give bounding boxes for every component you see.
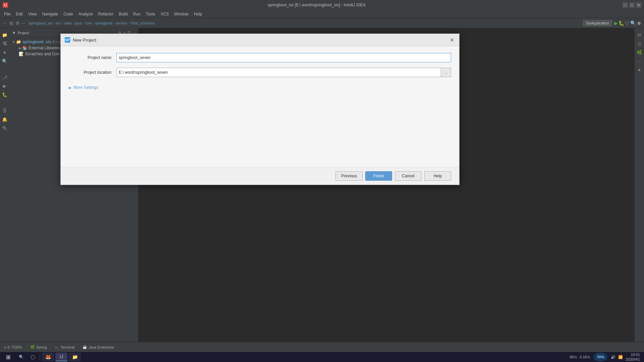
project-location-row: Project location: ... xyxy=(69,68,451,77)
breadcrumb-src[interactable]: src xyxy=(56,21,61,25)
tool-database-icon[interactable]: 🗄 xyxy=(1,107,9,115)
minimize-button[interactable]: ─ xyxy=(623,2,628,8)
menu-view[interactable]: View xyxy=(25,11,40,17)
nav-expand-icon[interactable]: ⊞ xyxy=(9,20,13,26)
menu-run[interactable]: Run xyxy=(130,11,143,17)
tree-expand-arrow: ▼ xyxy=(12,40,15,44)
tab-terminal[interactable]: >_ Terminal xyxy=(54,345,76,350)
project-location-field-group: ... xyxy=(116,68,451,77)
breadcrumb-springboot[interactable]: springboot xyxy=(95,21,112,25)
menu-tools[interactable]: Tools xyxy=(143,11,158,17)
menu-navigate[interactable]: Navigate xyxy=(40,11,61,17)
tool-structure-icon[interactable]: 🏗 xyxy=(1,40,9,48)
menu-edit[interactable]: Edit xyxy=(13,11,25,17)
tool-bookmarks-icon[interactable]: ★ xyxy=(1,48,9,56)
more-settings-row[interactable]: ▶ More Settings xyxy=(69,82,451,93)
window-controls: ─ □ ✕ xyxy=(623,2,641,8)
cancel-button[interactable]: Cancel xyxy=(395,171,422,181)
panel-title: Project xyxy=(18,31,29,35)
taskbar-divider xyxy=(40,354,40,360)
previous-button[interactable]: Previous xyxy=(335,171,363,181)
project-name-row: Project name: xyxy=(69,53,451,62)
taskbar-app-explorer[interactable]: 📁 xyxy=(69,353,81,361)
nav-icons: ← ⊞ ⚙ ─ xyxy=(3,20,25,26)
coverage-icon[interactable]: 🛡 xyxy=(625,20,630,26)
start-icon: ⊞ xyxy=(6,354,10,360)
taskbar-app-firefox[interactable]: 🦊 xyxy=(42,353,54,361)
debug-icon[interactable]: 🐛 xyxy=(619,20,624,26)
breadcrumb-service[interactable]: service xyxy=(116,21,127,25)
menu-code[interactable]: Code xyxy=(61,11,76,17)
tool-notifications-icon[interactable]: 🔔 xyxy=(1,115,9,123)
tree-scratches-label: Scratches and Con xyxy=(25,52,59,56)
title-bar: IJ springboot_six [E:\ wordr\springboot_… xyxy=(0,0,644,10)
right-tool-gradle-icon[interactable]: G xyxy=(635,40,643,48)
tray-date-value: 2020/4/1 xyxy=(626,357,640,362)
breadcrumb-main[interactable]: main xyxy=(64,21,72,25)
nav-close-icon[interactable]: ─ xyxy=(22,20,25,26)
dialog-body: Project name: Project location: ... ▶ Mo… xyxy=(61,46,459,167)
run-icon[interactable]: ▶ xyxy=(614,20,618,26)
browse-button[interactable]: ... xyxy=(441,68,451,77)
taskbar-search-button[interactable]: 🔍 xyxy=(16,353,26,361)
menu-help[interactable]: Help xyxy=(191,11,205,17)
tool-project-icon[interactable]: 📁 xyxy=(1,31,9,39)
finish-button[interactable]: Finish xyxy=(365,171,392,181)
tree-root-label: springboot_six xyxy=(22,40,51,44)
menu-refactor[interactable]: Refactor xyxy=(96,11,116,17)
breadcrumb-java[interactable]: java xyxy=(75,21,82,25)
volume-icon[interactable]: 🔊 xyxy=(611,355,615,359)
cpu-percent: 70% xyxy=(597,355,604,359)
nav-bar: ← ⊞ ⚙ ─ springboot_six › src › main › ja… xyxy=(0,18,644,28)
taskbar-app-intellij[interactable]: IJ xyxy=(55,353,67,361)
close-button[interactable]: ✕ xyxy=(636,2,641,8)
project-name-input[interactable] xyxy=(116,53,451,62)
tool-plugins-icon[interactable]: 🔌 xyxy=(1,124,9,132)
project-name-label: Project name: xyxy=(69,55,112,60)
tool-git-icon[interactable]: ⎇ xyxy=(1,73,9,81)
tool-debug-icon[interactable]: 🐛 xyxy=(1,90,9,99)
menu-bar: File Edit View Navigate Code Analyze Ref… xyxy=(0,10,644,18)
start-button[interactable]: ⊞ xyxy=(1,353,15,361)
menu-analyze[interactable]: Analyze xyxy=(76,11,96,17)
right-tool-endpoints-icon[interactable]: ↔ xyxy=(635,57,643,65)
right-tool-spring-icon[interactable]: 🌿 xyxy=(635,48,643,56)
tab-todo[interactable]: ≡ 6: TODO xyxy=(3,345,23,350)
run-config-selector[interactable]: SixApplication xyxy=(583,20,612,26)
breadcrumb-root[interactable]: springboot_six xyxy=(29,21,52,25)
tray-time-value: 19:51 xyxy=(626,352,640,357)
right-tool-maven-icon[interactable]: M xyxy=(635,31,643,39)
java-enterprise-icon: ☕ xyxy=(83,345,87,349)
network-icon[interactable]: 📶 xyxy=(618,355,623,359)
tool-run-icon[interactable]: ▶ xyxy=(1,82,9,90)
spring-icon: 🌿 xyxy=(30,345,35,349)
terminal-label: Terminal xyxy=(60,345,74,349)
maximize-button[interactable]: □ xyxy=(629,2,635,8)
right-tool-favorites-icon[interactable]: ★ xyxy=(635,66,643,74)
nav-settings-icon[interactable]: ⚙ xyxy=(15,20,20,26)
tab-spring[interactable]: 🌿 Spring xyxy=(29,344,48,350)
dialog-close-button[interactable]: ✕ xyxy=(448,37,455,43)
tab-java-enterprise[interactable]: ☕ Java Enterprise xyxy=(81,344,115,350)
breadcrumb-com[interactable]: com xyxy=(85,21,92,25)
more-settings-arrow-icon: ▶ xyxy=(69,86,71,89)
menu-vcs[interactable]: VCS xyxy=(158,11,172,17)
menu-build[interactable]: Build xyxy=(116,11,130,17)
menu-window[interactable]: Window xyxy=(171,11,191,17)
todo-icon: ≡ xyxy=(4,345,6,349)
tool-search-icon[interactable]: 🔍 xyxy=(1,57,9,65)
more-settings-label: More Settings xyxy=(73,85,98,90)
dialog-title-bar: NP New Project ✕ xyxy=(61,34,459,46)
record-icon[interactable]: ⏺ xyxy=(637,20,641,26)
help-button[interactable]: Help xyxy=(424,171,451,181)
taskbar-cortana-button[interactable]: ◯ xyxy=(28,353,38,361)
tree-libraries-label: External Libraries xyxy=(29,46,60,50)
panel-dropdown-icon[interactable]: ▼ xyxy=(12,31,16,35)
nav-back-icon[interactable]: ← xyxy=(3,20,7,26)
scratches-icon: 📝 xyxy=(19,52,24,56)
menu-file[interactable]: File xyxy=(1,11,13,17)
right-tool-tabs: M G 🌿 ↔ ★ xyxy=(635,28,644,342)
search-icon[interactable]: 🔍 xyxy=(630,20,636,26)
project-location-input[interactable] xyxy=(116,68,441,77)
breadcrumb-itest[interactable]: ITest_aService xyxy=(130,21,155,25)
